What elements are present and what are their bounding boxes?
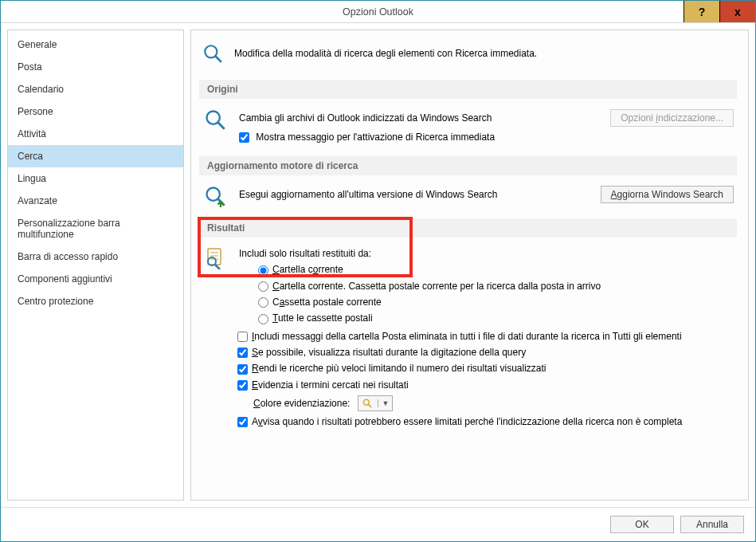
origini-icon	[202, 107, 228, 131]
radio-current-folder-inbox[interactable]: Cartella corrente. Cassetta postale corr…	[258, 281, 601, 292]
show-activation-msg-checkbox[interactable]: Mostra messaggio per l'attivazione di Ri…	[239, 132, 495, 143]
svg-line-11	[215, 265, 220, 269]
svg-point-0	[205, 45, 217, 57]
sidebar-item-persone[interactable]: Persone	[8, 100, 183, 123]
check-warn-incomplete-index[interactable]: Avvisa quando i risultati potrebbero ess…	[237, 416, 682, 427]
show-activation-msg-input[interactable]	[239, 132, 249, 143]
sidebar-item-calendario[interactable]: Calendario	[8, 78, 183, 100]
ok-button[interactable]: OK	[610, 516, 674, 533]
aggiornamento-row1-text: Esegui aggiornamento all'ultima versione…	[239, 189, 497, 200]
radio-current-mailbox[interactable]: Cassetta postale corrente	[258, 297, 382, 308]
outlook-options-window: Opzioni Outlook ? x Generale Posta Calen…	[0, 0, 756, 542]
intro-text: Modifica della modalità di ricerca degli…	[234, 48, 537, 59]
title-controls: ? x	[684, 1, 755, 22]
window-title: Opzioni Outlook	[343, 6, 413, 18]
section-risultati: Includi solo risultati restituiti da: Ca…	[199, 238, 737, 328]
cancel-button[interactable]: Annulla	[680, 516, 744, 533]
dialog-footer: OK Annulla	[1, 507, 755, 541]
risultati-intro: Includi solo risultati restituiti da:	[239, 248, 371, 259]
search-icon	[202, 43, 223, 64]
svg-rect-6	[208, 249, 221, 265]
close-button[interactable]: x	[719, 1, 755, 22]
section-origini: Cambia gli archivi di Outlook indicizzat…	[199, 99, 737, 151]
check-show-while-typing[interactable]: Se possibile, visualizza risultati duran…	[237, 347, 526, 358]
section-header-risultati: Risultati	[199, 218, 737, 238]
help-button[interactable]: ?	[684, 1, 719, 22]
check-highlight-terms[interactable]: Evidenzia i termini cercati nei risultat…	[237, 379, 409, 391]
svg-point-4	[207, 188, 220, 201]
sidebar-item-avanzate[interactable]: Avanzate	[8, 190, 183, 212]
svg-point-2	[207, 112, 220, 124]
sidebar-item-ribbon[interactable]: Personalizzazione barra multifunzione	[8, 212, 183, 245]
intro-row: Modifica della modalità di ricerca degli…	[199, 38, 737, 75]
radio-current-folder[interactable]: Cartella corrente	[258, 264, 343, 275]
main-panel: Modifica della modalità di ricerca degli…	[190, 29, 749, 501]
section-aggiornamento: Esegui aggiornamento all'ultima versione…	[199, 175, 737, 214]
risultati-icon	[202, 245, 228, 269]
sidebar-item-attivita[interactable]: Attività	[8, 123, 183, 145]
origini-row1-text: Cambia gli archivi di Outlook indicizzat…	[239, 112, 492, 124]
body: Generale Posta Calendario Persone Attivi…	[1, 23, 755, 507]
highlight-color-label: Colore evidenziazione:	[253, 398, 350, 409]
indexing-options-button: Opzioni indicizzazione...	[610, 109, 734, 127]
sidebar-item-quickaccess[interactable]: Barra di accesso rapido	[8, 245, 183, 268]
sidebar: Generale Posta Calendario Persone Attivi…	[7, 29, 184, 501]
sidebar-item-addins[interactable]: Componenti aggiuntivi	[8, 268, 183, 290]
sidebar-item-cerca[interactable]: Cerca	[8, 145, 183, 167]
aggiornamento-icon	[202, 183, 228, 207]
section-header-origini: Origini	[199, 80, 737, 99]
dropdown-caret-icon: ▼	[378, 399, 389, 407]
section-header-aggiornamento: Aggiornamento motore di ricerca	[199, 156, 737, 175]
check-limit-results[interactable]: Rendi le ricerche più veloci limitando i…	[237, 363, 546, 374]
sidebar-item-trustcenter[interactable]: Centro protezione	[8, 290, 183, 312]
titlebar: Opzioni Outlook ? x	[1, 1, 755, 23]
svg-line-13	[369, 404, 372, 407]
sidebar-item-posta[interactable]: Posta	[8, 56, 183, 78]
svg-line-1	[215, 56, 221, 62]
check-include-deleted[interactable]: Includi messaggi della cartella Posta el…	[237, 331, 682, 342]
highlight-color-icon	[362, 398, 373, 409]
sidebar-item-generale[interactable]: Generale	[8, 33, 183, 56]
update-windows-search-button[interactable]: Aggiorna Windows Search	[601, 186, 734, 203]
radio-all-mailboxes[interactable]: Tutte le cassette postali	[258, 312, 373, 324]
sidebar-item-lingua[interactable]: Lingua	[8, 167, 183, 190]
highlight-color-picker[interactable]: ▼	[358, 395, 393, 411]
svg-line-3	[218, 123, 225, 129]
